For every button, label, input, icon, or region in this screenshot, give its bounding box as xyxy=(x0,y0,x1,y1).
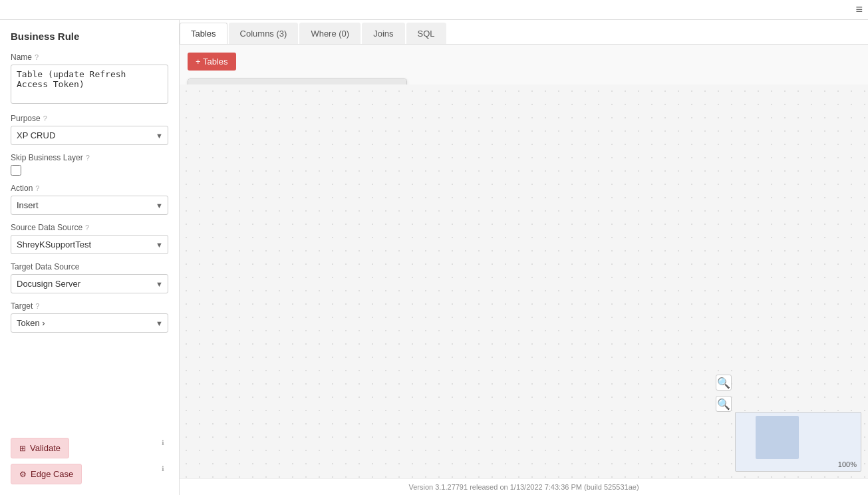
name-input[interactable]: Table (update Refresh Access Token) xyxy=(11,65,168,104)
purpose-select[interactable]: XP CRUD Standard Custom xyxy=(11,126,168,145)
add-tables-button[interactable]: + Tables xyxy=(188,53,236,71)
purpose-select-wrapper: XP CRUD Standard Custom ▼ xyxy=(11,126,168,145)
minimap-zoom-label: 100% xyxy=(838,460,857,468)
source-data-source-select[interactable]: ShreyKSupportTest xyxy=(11,235,168,254)
minimap-viewport xyxy=(756,416,799,459)
action-help-icon[interactable]: ? xyxy=(35,184,39,192)
source-data-source-wrapper: ShreyKSupportTest ▼ xyxy=(11,235,168,254)
skip-help-icon[interactable]: ? xyxy=(86,154,90,162)
minimap: 100% xyxy=(735,412,861,472)
top-bar: ≡ xyxy=(0,0,868,20)
zoom-in-button[interactable]: 🔍 xyxy=(716,375,732,391)
zoom-out-icon: 🔍 xyxy=(717,398,730,411)
zoom-controls: 🔍 🔍 xyxy=(716,375,732,412)
target-data-source-group: Target Data Source Docusign Server ▼ xyxy=(11,262,168,293)
target-data-source-select[interactable]: Docusign Server xyxy=(11,274,168,293)
purpose-field-group: Purpose ? XP CRUD Standard Custom ▼ xyxy=(11,114,168,145)
validate-info-icon: ℹ xyxy=(162,439,164,446)
zoom-in-icon: 🔍 xyxy=(717,377,730,389)
edge-case-info-icon: ℹ xyxy=(162,465,164,472)
tab-content: + Tables ⊞ PD ParamDocusign 🗑 xyxy=(180,45,868,478)
target-label: Target ? xyxy=(11,301,168,311)
tab-where[interactable]: Where (0) xyxy=(299,23,361,44)
hamburger-icon[interactable]: ≡ xyxy=(855,3,863,17)
edge-case-label: Edge Case xyxy=(31,469,73,479)
purpose-label: Purpose ? xyxy=(11,114,168,123)
target-help-icon[interactable]: ? xyxy=(35,302,39,310)
target-data-source-label: Target Data Source xyxy=(11,262,168,271)
validate-label: Validate xyxy=(30,443,61,453)
source-data-source-label: Source Data Source ? xyxy=(11,223,168,232)
canvas-area: 🔍 🔍 100% xyxy=(180,84,868,478)
action-field-group: Action ? Insert Update Delete Select ▼ xyxy=(11,184,168,215)
skip-checkbox-wrapper xyxy=(11,165,168,176)
edge-case-button[interactable]: ⚙ Edge Case xyxy=(11,464,82,484)
panel-title: Business Rule xyxy=(11,31,168,42)
tab-sql[interactable]: SQL xyxy=(406,23,446,44)
tab-joins[interactable]: Joins xyxy=(362,23,404,44)
zoom-out-button[interactable]: 🔍 xyxy=(716,396,732,412)
edge-case-icon: ⚙ xyxy=(19,470,27,479)
name-field-group: Name ? Table (update Refresh Access Toke… xyxy=(11,53,168,106)
skip-business-layer-group: Skip Business Layer ? xyxy=(11,153,168,176)
name-label: Name ? xyxy=(11,53,168,62)
action-select-wrapper: Insert Update Delete Select ▼ xyxy=(11,196,168,215)
skip-business-layer-label: Skip Business Layer ? xyxy=(11,153,168,162)
validate-button[interactable]: ⊞ Validate xyxy=(11,438,69,458)
source-data-source-group: Source Data Source ? ShreyKSupportTest ▼ xyxy=(11,223,168,254)
main-layout: Business Rule Name ? Table (update Refre… xyxy=(0,20,868,495)
source-help-icon[interactable]: ? xyxy=(85,224,89,232)
bottom-buttons: ⊞ Validate ℹ ⚙ Edge Case ℹ xyxy=(11,430,168,484)
name-help-icon[interactable]: ? xyxy=(35,53,39,61)
left-panel: Business Rule Name ? Table (update Refre… xyxy=(0,20,180,495)
skip-business-layer-checkbox[interactable] xyxy=(11,165,21,176)
right-panel: Tables Columns (3) Where (0) Joins SQL +… xyxy=(180,20,868,495)
tab-columns[interactable]: Columns (3) xyxy=(229,23,299,44)
action-select[interactable]: Insert Update Delete Select xyxy=(11,196,168,215)
target-group: Target ? Token › ▼ xyxy=(11,301,168,333)
version-bar: Version 3.1.27791 released on 1/13/2022 … xyxy=(180,478,868,495)
validate-icon: ⊞ xyxy=(19,444,26,453)
action-label: Action ? xyxy=(11,184,168,193)
target-wrapper: Token › ▼ xyxy=(11,313,168,333)
purpose-help-icon[interactable]: ? xyxy=(43,114,47,122)
tab-tables[interactable]: Tables xyxy=(180,23,227,44)
target-select[interactable]: Token › xyxy=(11,313,168,333)
tabs-bar: Tables Columns (3) Where (0) Joins SQL xyxy=(180,20,868,45)
version-text: Version 3.1.27791 released on 1/13/2022 … xyxy=(408,483,639,491)
target-data-source-wrapper: Docusign Server ▼ xyxy=(11,274,168,293)
